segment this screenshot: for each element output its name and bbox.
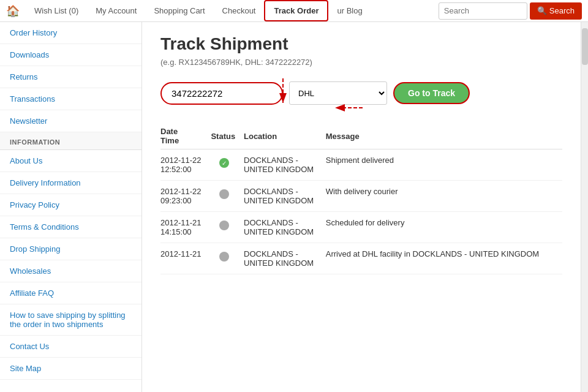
- cell-status: ✓: [211, 149, 244, 181]
- sidebar-item-site-map[interactable]: Site Map: [0, 358, 141, 380]
- page-title: Track Shipment: [160, 34, 562, 54]
- cell-location: DOCKLANDS -UNITED KINGDOM: [244, 212, 326, 243]
- cell-location: DOCKLANDS -UNITED KINGDOM: [244, 243, 326, 274]
- nav-links: Wish List (0) My Account Shopping Cart C…: [26, 0, 439, 21]
- top-navigation: 🏠 Wish List (0) My Account Shopping Cart…: [0, 0, 588, 22]
- col-datetime: DateTime: [160, 123, 211, 149]
- sidebar-item-privacy-policy[interactable]: Privacy Policy: [0, 194, 141, 216]
- carrier-select[interactable]: DHL FedEx UPS USPS: [289, 81, 387, 105]
- cell-datetime: 2012-11-2212:52:00: [160, 149, 211, 181]
- tracking-table-body: 2012-11-2212:52:00✓DOCKLANDS -UNITED KIN…: [160, 149, 562, 274]
- sidebar-item-contact-us[interactable]: Contact Us: [0, 336, 141, 358]
- sidebar-item-newsletter[interactable]: Newsletter: [0, 110, 141, 132]
- sidebar-item-save-shipping[interactable]: How to save shipping by splitting the or…: [0, 304, 141, 336]
- cell-message: Arrived at DHL facility in DOCKLANDS - U…: [326, 243, 562, 274]
- col-location: Location: [244, 123, 326, 149]
- sidebar-item-drop-shipping[interactable]: Drop Shipping: [0, 238, 141, 260]
- track-form: 3472222272 DHL FedEx UPS USPS Go to Trac…: [160, 81, 562, 105]
- page-layout: Order History Downloads Returns Transact…: [0, 22, 588, 392]
- nav-blog[interactable]: ur Blog: [328, 1, 371, 20]
- search-icon: 🔍: [537, 6, 547, 15]
- tracking-number-input[interactable]: 3472222272: [160, 82, 283, 105]
- sidebar-item-affiliate-faq[interactable]: Affiliate FAQ: [0, 282, 141, 304]
- search-input[interactable]: [439, 2, 527, 20]
- nav-my-account[interactable]: My Account: [87, 1, 145, 20]
- sidebar-item-order-history[interactable]: Order History: [0, 22, 141, 44]
- go-to-track-button[interactable]: Go to Track: [393, 82, 470, 104]
- cell-location: DOCKLANDS -UNITED KINGDOM: [244, 181, 326, 212]
- main-content: Track Shipment (e.g. RX123456789HK, DHL:…: [142, 22, 581, 392]
- cell-datetime: 2012-11-21: [160, 243, 211, 274]
- home-icon[interactable]: 🏠: [6, 4, 20, 18]
- sidebar-item-wholesales[interactable]: Wholesales: [0, 260, 141, 282]
- track-input-wrapper: 3472222272: [160, 82, 283, 105]
- sidebar-item-delivery-info[interactable]: Delivery Information: [0, 172, 141, 194]
- cell-location: DOCKLANDS -UNITED KINGDOM: [244, 149, 326, 181]
- page-subtitle: (e.g. RX123456789HK, DHL: 3472222272): [160, 58, 562, 67]
- cell-datetime: 2012-11-2209:23:00: [160, 181, 211, 212]
- scroll-thumb[interactable]: [582, 28, 588, 65]
- cell-status: [211, 181, 244, 212]
- sidebar-item-returns[interactable]: Returns: [0, 66, 141, 88]
- cell-message: Scheduled for delivery: [326, 212, 562, 243]
- table-row: 2012-11-2114:15:00DOCKLANDS -UNITED KING…: [160, 212, 562, 243]
- table-row: 2012-11-21DOCKLANDS -UNITED KINGDOMArriv…: [160, 243, 562, 274]
- sidebar: Order History Downloads Returns Transact…: [0, 22, 142, 392]
- nav-wish-list[interactable]: Wish List (0): [26, 1, 87, 20]
- sidebar-account-section: Order History Downloads Returns Transact…: [0, 22, 141, 132]
- table-row: 2012-11-2212:52:00✓DOCKLANDS -UNITED KIN…: [160, 149, 562, 181]
- status-in-transit-icon: [219, 189, 229, 199]
- sidebar-item-transactions[interactable]: Transactions: [0, 88, 141, 110]
- sidebar-item-downloads[interactable]: Downloads: [0, 44, 141, 66]
- col-status: Status: [211, 123, 244, 149]
- status-delivered-icon: ✓: [219, 158, 229, 168]
- cell-status: [211, 243, 244, 274]
- nav-checkout[interactable]: Checkout: [214, 1, 265, 20]
- status-in-transit-icon: [219, 221, 229, 230]
- sidebar-item-about-us[interactable]: About Us: [0, 150, 141, 172]
- table-row: 2012-11-2209:23:00DOCKLANDS -UNITED KING…: [160, 181, 562, 212]
- tracking-table: DateTime Status Location Message 2012-11…: [160, 123, 562, 274]
- cell-datetime: 2012-11-2114:15:00: [160, 212, 211, 243]
- cell-message: Shipment delivered: [326, 149, 562, 181]
- col-message: Message: [326, 123, 562, 149]
- tracking-table-header: DateTime Status Location Message: [160, 123, 562, 149]
- search-button[interactable]: 🔍 Search: [530, 2, 582, 20]
- nav-shopping-cart[interactable]: Shopping Cart: [145, 1, 213, 20]
- status-in-transit-icon: [219, 252, 229, 262]
- sidebar-info-title: INFORMATION: [0, 132, 141, 150]
- scrollbar[interactable]: [581, 22, 588, 392]
- sidebar-item-terms[interactable]: Terms & Conditions: [0, 216, 141, 238]
- search-area: 🔍 Search: [439, 2, 582, 20]
- cell-status: [211, 212, 244, 243]
- sidebar-info-section: About Us Delivery Information Privacy Po…: [0, 150, 141, 380]
- cell-message: With delivery courier: [326, 181, 562, 212]
- nav-track-order[interactable]: Track Order: [264, 0, 328, 21]
